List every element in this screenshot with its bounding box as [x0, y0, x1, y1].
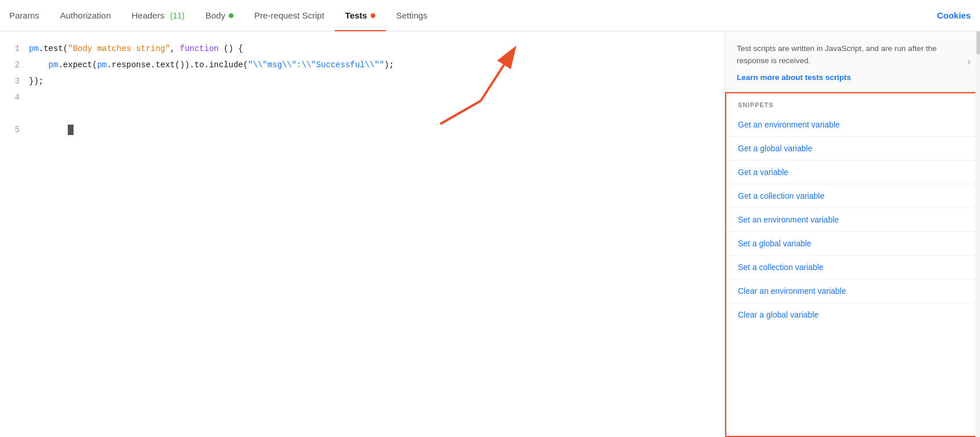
tab-authorization[interactable]: Authorization [50, 0, 122, 31]
scrollbar[interactable] [975, 31, 980, 437]
code-editor[interactable]: 1 pm.test("Body matches string", functio… [0, 31, 725, 437]
cursor [68, 125, 74, 135]
tab-pre-request-label: Pre-request Script [254, 10, 324, 20]
tests-dot [371, 13, 375, 18]
snippet-clear-env-var[interactable]: Clear an environment variable [726, 279, 979, 303]
code-content-1: pm.test("Body matches string", function … [29, 41, 243, 57]
snippet-clear-global-var[interactable]: Clear a global variable [726, 303, 979, 326]
tab-params-label: Params [9, 10, 39, 20]
code-content-3: }); [29, 73, 43, 89]
code-content-2: pm.expect(pm.response.text()).to.include… [29, 57, 394, 73]
line-number-2: 2 [0, 57, 29, 73]
line-number-4: 4 [0, 89, 29, 105]
snippet-set-env-var[interactable]: Set an environment variable [726, 208, 979, 232]
snippet-get-collection-var[interactable]: Get a collection variable [726, 184, 979, 208]
headers-badge: (11) [168, 11, 185, 20]
tab-settings[interactable]: Settings [386, 0, 438, 31]
code-line-3: 3 }); [0, 73, 725, 89]
snippet-set-collection-var[interactable]: Set a collection variable [726, 256, 979, 279]
line-number-3: 3 [0, 73, 29, 89]
info-section: Test scripts are written in JavaScript, … [725, 31, 980, 92]
code-line-1: 1 pm.test("Body matches string", functio… [0, 41, 725, 57]
code-line-4: 4 [0, 89, 725, 105]
tab-headers-label: Headers [131, 10, 164, 20]
tab-body[interactable]: Body [195, 0, 244, 31]
snippets-header: SNIPPETS [726, 93, 979, 113]
tab-params[interactable]: Params [9, 0, 50, 31]
tab-headers[interactable]: Headers (11) [121, 0, 195, 31]
line-number-1: 1 [0, 41, 29, 57]
code-line-2: 2 pm.expect(pm.response.text()).to.inclu… [0, 57, 725, 73]
main-content: 1 pm.test("Body matches string", functio… [0, 31, 980, 437]
cookies-link[interactable]: Cookies [937, 10, 971, 20]
tab-settings-label: Settings [396, 10, 427, 20]
body-dot [229, 13, 233, 18]
tab-body-label: Body [206, 10, 225, 20]
info-description: Test scripts are written in JavaScript, … [737, 43, 968, 67]
tab-bar: Params Authorization Headers (11) Body P… [0, 0, 980, 31]
tab-tests-label: Tests [345, 10, 367, 20]
chevron-right-icon: › [967, 55, 971, 67]
snippet-get-env-var[interactable]: Get an environment variable [726, 113, 979, 137]
snippets-section: SNIPPETS Get an environment variable Get… [725, 92, 980, 437]
right-panel: Test scripts are written in JavaScript, … [725, 31, 980, 437]
learn-more-link[interactable]: Learn more about tests scripts [737, 73, 851, 82]
code-content-5 [29, 105, 74, 154]
code-line-5: 5 [0, 105, 725, 154]
snippet-get-var[interactable]: Get a variable [726, 161, 979, 184]
snippet-get-global-var[interactable]: Get a global variable [726, 137, 979, 161]
tab-pre-request-script[interactable]: Pre-request Script [244, 0, 335, 31]
scrollbar-thumb [977, 31, 980, 54]
snippet-set-global-var[interactable]: Set a global variable [726, 232, 979, 256]
tab-tests[interactable]: Tests [335, 0, 386, 31]
line-number-5: 5 [0, 122, 29, 138]
tab-authorization-label: Authorization [60, 10, 111, 20]
